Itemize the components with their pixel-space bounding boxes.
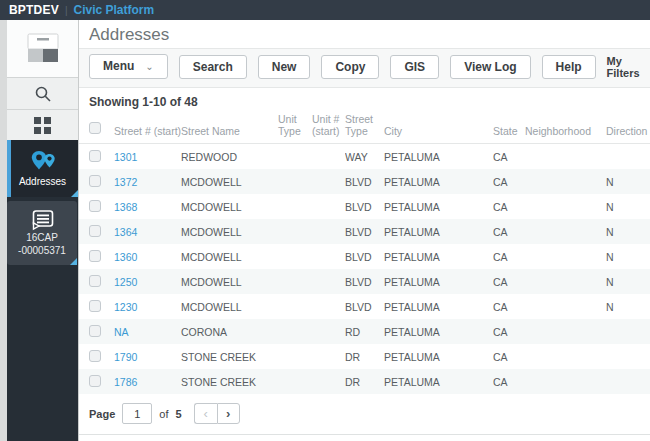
record-tab-id-line2: -00005371 (18, 245, 66, 257)
cell-unit-num (312, 344, 345, 369)
cell-street-type: DR (345, 344, 384, 369)
cell-unit-type (278, 244, 312, 269)
previous-page-button[interactable]: ‹ (194, 403, 217, 424)
row-checkbox[interactable] (89, 150, 101, 162)
gis-button[interactable]: GIS (390, 55, 439, 79)
row-checkbox[interactable] (89, 375, 101, 387)
addresses-table: Street # (start) Street Name Unit Type U… (79, 109, 650, 394)
sidebar-tab-addresses-label: Addresses (19, 176, 66, 187)
record-tab-id-line1: 16CAP (26, 232, 58, 244)
chevron-down-icon: ⌄ (145, 61, 153, 72)
row-checkbox[interactable] (89, 300, 101, 312)
cell-unit-num (312, 169, 345, 194)
menu-button-label: Menu (103, 59, 134, 73)
cell-direction (606, 369, 650, 394)
row-select-cell (79, 294, 114, 319)
row-select-cell (79, 244, 114, 269)
row-checkbox[interactable] (89, 325, 101, 337)
table-row: 1364 MCDOWELL BLVD PETALUMA CA N (79, 219, 650, 244)
street-num-link[interactable]: 1230 (114, 301, 137, 313)
col-unit-type: Unit Type (278, 109, 312, 144)
cell-street-type: BLVD (345, 194, 384, 219)
cell-street-num: NA (114, 319, 181, 344)
cell-street-type: DR (345, 369, 384, 394)
col-street-type: Street Type (345, 109, 384, 144)
row-checkbox[interactable] (89, 350, 101, 362)
street-num-link[interactable]: 1364 (114, 226, 137, 238)
page-label: Page (89, 408, 115, 420)
row-select-cell (79, 344, 114, 369)
cell-unit-type (278, 169, 312, 194)
cell-street-name: STONE CREEK (181, 344, 278, 369)
launchpad-logo-button[interactable] (7, 20, 78, 78)
cell-neighborhood (525, 369, 606, 394)
cell-street-num: 1372 (114, 169, 181, 194)
view-log-button[interactable]: View Log (450, 55, 530, 79)
apps-menu-button[interactable] (7, 110, 78, 140)
cell-city: PETALUMA (384, 294, 493, 319)
copy-button[interactable]: Copy (321, 55, 379, 79)
row-select-cell (79, 144, 114, 170)
page-number-input[interactable] (122, 403, 152, 424)
cell-neighborhood (525, 269, 606, 294)
cell-unit-type (278, 144, 312, 170)
global-search-button[interactable] (7, 78, 78, 110)
street-num-link[interactable]: 1250 (114, 276, 137, 288)
col-city: City (384, 109, 493, 144)
toolbar: Menu⌄ Search New Copy GIS View Log Help … (79, 49, 650, 88)
street-num-link[interactable]: 1790 (114, 351, 137, 363)
row-checkbox[interactable] (89, 225, 101, 237)
row-checkbox[interactable] (89, 250, 101, 262)
cell-unit-num (312, 369, 345, 394)
cell-unit-type (278, 294, 312, 319)
table-body: 1301 REDWOOD WAY PETALUMA CA 1372 MCDOWE… (79, 144, 650, 395)
open-tabs-rail: Addresses 16CAP -00005371 (7, 140, 78, 441)
cell-neighborhood (525, 344, 606, 369)
row-checkbox[interactable] (89, 175, 101, 187)
product-name-link[interactable]: Civic Platform (73, 3, 154, 17)
cell-city: PETALUMA (384, 169, 493, 194)
table-header-row: Street # (start) Street Name Unit Type U… (79, 109, 650, 144)
street-num-link[interactable]: 1372 (114, 176, 137, 188)
cell-street-num: 1250 (114, 269, 181, 294)
search-button[interactable]: Search (179, 55, 247, 79)
next-page-button[interactable]: › (217, 403, 240, 424)
cell-street-type: BLVD (345, 244, 384, 269)
cell-street-name: MCDOWELL (181, 194, 278, 219)
cell-unit-num (312, 319, 345, 344)
row-select-cell (79, 169, 114, 194)
cell-city: PETALUMA (384, 194, 493, 219)
street-num-link[interactable]: NA (114, 326, 129, 338)
cell-city: PETALUMA (384, 244, 493, 269)
help-button[interactable]: Help (542, 55, 596, 79)
my-filters-group: My Filters --Select-- ▼ (607, 55, 650, 79)
street-num-link[interactable]: 1368 (114, 201, 137, 213)
cell-state: CA (493, 319, 525, 344)
record-newspaper-icon (30, 210, 55, 231)
cell-unit-type (278, 219, 312, 244)
table-row: NA CORONA RD PETALUMA CA (79, 319, 650, 344)
sidebar-tab-addresses[interactable]: Addresses (7, 140, 78, 197)
table-row: 1360 MCDOWELL BLVD PETALUMA CA N (79, 244, 650, 269)
select-all-checkbox[interactable] (89, 122, 101, 134)
cell-state: CA (493, 294, 525, 319)
sidebar-tab-record[interactable]: 16CAP -00005371 (7, 201, 77, 265)
menu-button[interactable]: Menu⌄ (89, 54, 168, 79)
cell-street-num: 1230 (114, 294, 181, 319)
street-num-link[interactable]: 1301 (114, 151, 137, 163)
cell-unit-type (278, 194, 312, 219)
cell-neighborhood (525, 169, 606, 194)
new-button[interactable]: New (258, 55, 311, 79)
row-checkbox[interactable] (89, 275, 101, 287)
row-checkbox[interactable] (89, 200, 101, 212)
row-select-cell (79, 369, 114, 394)
cell-street-num: 1786 (114, 369, 181, 394)
cell-state: CA (493, 369, 525, 394)
cell-city: PETALUMA (384, 344, 493, 369)
street-num-link[interactable]: 1786 (114, 376, 137, 388)
cell-city: PETALUMA (384, 144, 493, 170)
cell-street-type: BLVD (345, 219, 384, 244)
table-row: 1372 MCDOWELL BLVD PETALUMA CA N (79, 169, 650, 194)
col-street-name: Street Name (181, 109, 278, 144)
street-num-link[interactable]: 1360 (114, 251, 137, 263)
